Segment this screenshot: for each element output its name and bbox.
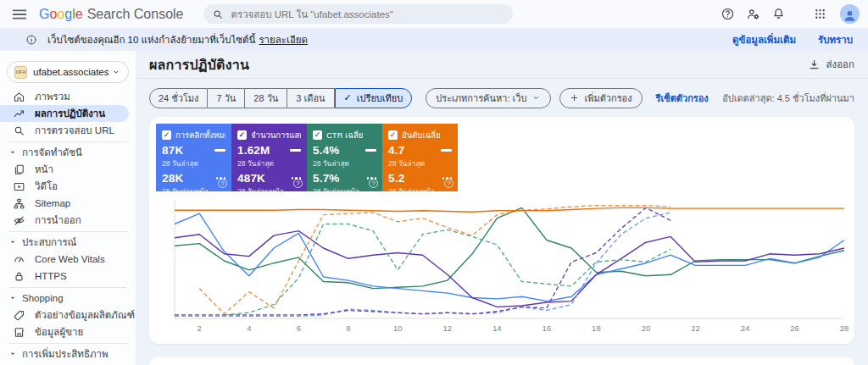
segment-compare[interactable]: ✓เปรียบเทียบ <box>335 88 413 108</box>
metric-current-caption: 28 วันล่าสุด <box>388 158 452 169</box>
x-axis-tick: 18 <box>592 324 601 333</box>
solid-line-legend-icon <box>441 149 452 152</box>
metric-previous-caption: 28 วันก่อนหน้า <box>237 185 301 197</box>
section-collapse-icon <box>8 238 17 246</box>
metric-checkbox[interactable]: ✓ <box>313 130 322 140</box>
google-wordmark: Google <box>39 7 83 22</box>
sidebar-item-performance[interactable]: ผลการปฏิบัติงาน <box>0 105 129 122</box>
chart-line-previous-5 <box>175 207 670 315</box>
export-button[interactable]: ส่งออก <box>808 57 854 72</box>
sidebar-item-overview[interactable]: ภาพรวม <box>0 88 129 105</box>
metric-current-value: 87K <box>162 144 183 157</box>
apps-grid-icon[interactable] <box>811 5 829 23</box>
search-icon <box>212 8 224 20</box>
learn-more-button[interactable]: ดูข้อมูลเพิ่มเติม <box>732 32 796 47</box>
x-axis-tick: 22 <box>691 324 700 333</box>
got-it-button[interactable]: รับทราบ <box>818 32 853 47</box>
download-icon <box>808 58 821 71</box>
help-icon[interactable] <box>719 5 737 23</box>
property-logo: UFA <box>14 66 27 79</box>
sidebar-section-indexing[interactable]: การจัดทำดัชนี <box>0 144 136 161</box>
chart-line-current-0 <box>175 213 844 301</box>
search-type-label: ประเภทการค้นหา: เว็บ <box>436 91 526 106</box>
help-circle-icon[interactable]: ? <box>218 179 227 188</box>
metric-checkbox[interactable]: ✓ <box>388 130 398 140</box>
section-label: การจัดทำดัชนี <box>22 145 82 160</box>
sidebar-section-enhancements[interactable]: การเพิ่มประสิทธิภาพ <box>0 346 136 362</box>
chevron-down-icon <box>111 67 121 77</box>
sidebar-item-core-web-vitals[interactable]: Core Web Vitals <box>0 251 129 268</box>
metric-title: การคลิกทั้งหมด <box>175 129 225 141</box>
search-type-dropdown[interactable]: ประเภทการค้นหา: เว็บ <box>426 88 551 108</box>
metric-checkbox[interactable]: ✓ <box>162 130 171 140</box>
segment-range-2[interactable]: 28 วัน <box>245 88 287 108</box>
date-range-segments: 24 ชั่วโมง7 วัน28 วัน3 เดือน✓เปรียบเทียบ <box>149 88 412 108</box>
metric-card-position[interactable]: ✓อันดับเฉลี่ย4.728 วันล่าสุด5.228 วันก่อ… <box>382 124 458 191</box>
url-inspection-searchbox[interactable] <box>203 4 513 24</box>
segment-range-0[interactable]: 24 ชั่วโมง <box>149 88 208 108</box>
sidebar-section-experience[interactable]: ประสบการณ์ <box>0 234 136 251</box>
menu-icon[interactable] <box>10 5 29 24</box>
metric-card-impressions[interactable]: ✓จำนวนการแสดง...1.62M28 วันล่าสุด487K28 … <box>231 124 307 191</box>
help-circle-icon[interactable]: ? <box>293 179 303 188</box>
performance-chart[interactable]: 246810121416182022242628 <box>156 195 848 337</box>
reset-filters-link[interactable]: รีเซ็ตตัวกรอง <box>656 91 709 106</box>
sidebar-item-sitemaps[interactable]: Sitemap <box>0 195 129 212</box>
sidebar-item-label: Sitemap <box>35 198 70 208</box>
metric-previous-caption: 28 วันก่อนหน้า <box>162 185 225 197</box>
sidebar-divider <box>8 287 127 288</box>
metric-previous-caption: 28 วันก่อนหน้า <box>388 185 452 197</box>
check-icon: ✓ <box>344 92 352 103</box>
top-bar: Google Search Console <box>0 0 868 28</box>
help-circle-icon[interactable]: ? <box>369 179 378 188</box>
sidebar-item-pages[interactable]: หน้า <box>0 161 129 178</box>
banner-details-link[interactable]: รายละเอียด <box>259 32 308 47</box>
help-circle-icon[interactable]: ? <box>444 179 453 188</box>
metric-current-value: 5.4% <box>313 144 340 157</box>
notifications-bell-icon[interactable] <box>770 5 787 23</box>
sidebar-nav: ภาพรวมผลการปฏิบัติงานการตรวจสอบ URLการจั… <box>0 88 136 362</box>
home-icon <box>13 91 25 103</box>
x-axis-tick: 2 <box>198 324 202 333</box>
x-axis-tick: 6 <box>297 324 301 333</box>
sidebar-item-https[interactable]: HTTPS <box>0 268 129 285</box>
solid-line-legend-icon <box>365 149 376 152</box>
metric-card-clicks[interactable]: ✓การคลิกทั้งหมด87K28 วันล่าสุด28K28 วันก… <box>156 124 231 191</box>
property-selector[interactable]: UFA ufabet.associates <box>7 61 129 83</box>
segment-range-3[interactable]: 3 เดือน <box>287 88 334 108</box>
segment-label: เปรียบเทียบ <box>357 91 403 106</box>
search-input[interactable] <box>231 9 504 19</box>
metric-card-ctr[interactable]: ✓CTR เฉลี่ย5.4%28 วันล่าสุด5.7%28 วันก่อ… <box>307 124 382 191</box>
metric-title: CTR เฉลี่ย <box>326 129 363 141</box>
x-axis-tick: 12 <box>443 324 453 333</box>
x-axis-tick: 16 <box>542 324 552 333</box>
page-title: ผลการปฏิบัติงาน <box>149 54 249 75</box>
sidebar-item-merchant-listings[interactable]: ข้อมูลผู้ขาย <box>0 324 129 340</box>
metric-previous-value: 5.2 <box>388 172 404 185</box>
sidebar-divider <box>8 343 127 344</box>
search-icon <box>13 124 25 137</box>
x-axis-tick: 14 <box>492 324 502 333</box>
metric-current-caption: 28 วันล่าสุด <box>313 158 376 169</box>
segment-range-1[interactable]: 7 วัน <box>208 88 245 108</box>
chart-line-current-2 <box>175 207 844 288</box>
x-axis-tick: 4 <box>247 324 251 333</box>
performance-chart-svg[interactable]: 246810121416182022242628 <box>156 195 854 337</box>
sidebar-item-removals[interactable]: การนำออก <box>0 212 129 229</box>
sidebar-item-videos[interactable]: วิดีโอ <box>0 178 129 195</box>
video-icon <box>13 180 25 193</box>
user-settings-icon[interactable] <box>744 5 762 23</box>
sidebar-item-product-snippets[interactable]: ตัวอย่างข้อมูลผลิตภัณฑ์ <box>0 307 129 324</box>
metric-checkbox[interactable]: ✓ <box>237 130 247 140</box>
sidebar-divider <box>8 231 127 232</box>
add-filter-button[interactable]: เพิ่มตัวกรอง <box>559 88 642 108</box>
banner-text: เว็บไซต์ของคุณอีก 10 แห่งกำลังย้ายมาที่เ… <box>47 32 255 47</box>
chevron-down-icon <box>531 93 541 102</box>
app-logo[interactable]: Google Search Console <box>39 7 183 22</box>
x-axis-tick: 26 <box>790 324 799 333</box>
sidebar-item-url-inspection[interactable]: การตรวจสอบ URL <box>0 122 129 139</box>
account-avatar[interactable] <box>840 4 860 24</box>
add-filter-label: เพิ่มตัวกรอง <box>584 91 632 106</box>
section-collapse-icon <box>8 148 17 157</box>
sidebar-section-shopping[interactable]: Shopping <box>0 290 136 307</box>
